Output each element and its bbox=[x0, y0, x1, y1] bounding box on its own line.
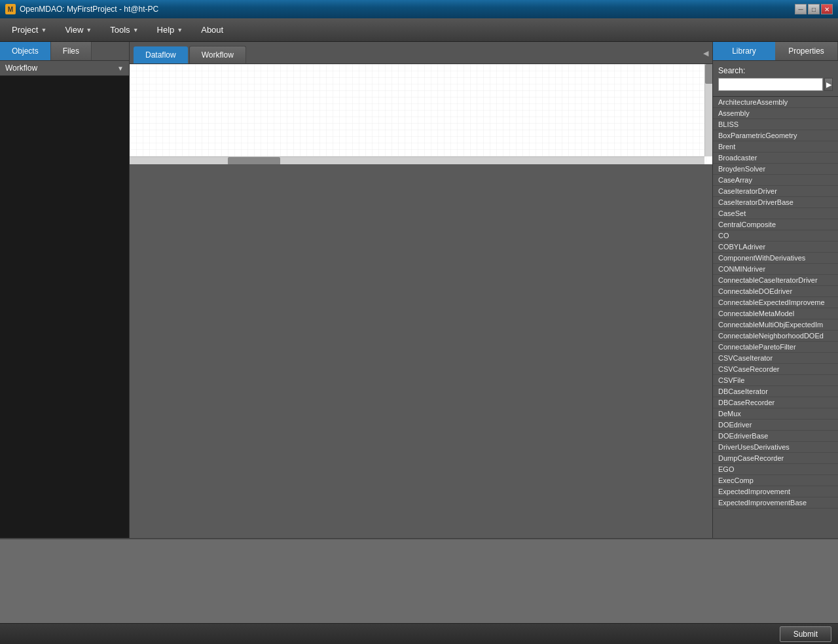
left-tabs: Objects Files bbox=[0, 42, 129, 61]
list-item[interactable]: DumpCaseRecorder bbox=[713, 453, 838, 464]
scrollbar-vertical[interactable] bbox=[704, 64, 712, 156]
close-button[interactable]: ✕ bbox=[821, 4, 833, 14]
main-content: Objects Files Workflow ▼ Dataflow Workfl… bbox=[0, 42, 838, 538]
canvas-wrapper bbox=[130, 64, 712, 538]
scrollbar-thumb-v[interactable] bbox=[705, 64, 712, 84]
list-item[interactable]: ConnectableMetaModel bbox=[713, 308, 838, 319]
list-item[interactable]: ArchitectureAssembly bbox=[713, 97, 838, 108]
tab-files[interactable]: Files bbox=[51, 42, 92, 60]
list-item[interactable]: CaseSet bbox=[713, 208, 838, 219]
list-item[interactable]: COBYLAdriver bbox=[713, 241, 838, 253]
title-bar-title: OpenMDAO: MyFirstProject - ht@ht-PC bbox=[20, 5, 158, 14]
svg-rect-1 bbox=[130, 64, 712, 162]
tab-library[interactable]: Library bbox=[713, 42, 775, 60]
library-list: ArchitectureAssemblyAssemblyBLISSBoxPara… bbox=[713, 97, 838, 538]
list-item[interactable]: CSVFile bbox=[713, 375, 838, 386]
menu-arrow-icon: ▼ bbox=[41, 27, 46, 33]
list-item[interactable]: DBCaseIterator bbox=[713, 386, 838, 397]
list-item[interactable]: BLISS bbox=[713, 119, 838, 130]
list-item[interactable]: ConnectableDOEdriver bbox=[713, 286, 838, 297]
center-panel: Dataflow Workflow ◀ bbox=[130, 42, 712, 538]
list-item[interactable]: CSVCaseRecorder bbox=[713, 364, 838, 375]
list-item[interactable]: ExecComp bbox=[713, 475, 838, 486]
menu-item-tools[interactable]: Tools▼ bbox=[101, 21, 147, 39]
right-tabs: Library Properties bbox=[713, 42, 838, 61]
submit-button[interactable]: Submit bbox=[780, 626, 831, 642]
list-item[interactable]: ExpectedImprovementBase bbox=[713, 497, 838, 509]
title-bar: M OpenMDAO: MyFirstProject - ht@ht-PC ─ … bbox=[0, 0, 838, 18]
list-item[interactable]: CaseArray bbox=[713, 175, 838, 186]
workflow-header[interactable]: Workflow ▼ bbox=[0, 61, 129, 76]
menu-item-view[interactable]: View▼ bbox=[56, 21, 101, 39]
list-item[interactable]: ConnectableParetoFilter bbox=[713, 342, 838, 353]
list-item[interactable]: CSVCaseIterator bbox=[713, 353, 838, 364]
list-item[interactable]: Broadcaster bbox=[713, 152, 838, 164]
list-item[interactable]: CaseIteratorDriverBase bbox=[713, 197, 838, 208]
grid-canvas bbox=[130, 64, 712, 162]
list-item[interactable]: ConnectableCaseIteratorDriver bbox=[713, 275, 838, 286]
tab-objects[interactable]: Objects bbox=[0, 42, 51, 60]
left-panel: Objects Files Workflow ▼ bbox=[0, 42, 130, 538]
tab-properties[interactable]: Properties bbox=[775, 42, 838, 60]
bottom-panel bbox=[0, 538, 838, 623]
menu-arrow-icon: ▼ bbox=[86, 27, 92, 33]
list-item[interactable]: ConnectableNeighborhoodDOEd bbox=[713, 331, 838, 342]
list-item[interactable]: ConnectableMultiObjExpectedIm bbox=[713, 319, 838, 331]
list-item[interactable]: ComponentWithDerivatives bbox=[713, 253, 838, 264]
scrollbar-thumb-h[interactable] bbox=[228, 157, 280, 164]
scrollbar-horizontal[interactable] bbox=[130, 156, 704, 164]
search-input[interactable] bbox=[718, 78, 823, 91]
app-icon: M bbox=[5, 4, 16, 14]
list-item[interactable]: EGO bbox=[713, 464, 838, 475]
list-item[interactable]: CONMINdriver bbox=[713, 264, 838, 275]
title-bar-controls: ─ □ ✕ bbox=[795, 4, 833, 14]
maximize-button[interactable]: □ bbox=[808, 4, 820, 14]
list-item[interactable]: BoxParametricGeometry bbox=[713, 130, 838, 141]
menu-item-about[interactable]: About bbox=[192, 21, 232, 39]
list-item[interactable]: CaseIteratorDriver bbox=[713, 186, 838, 197]
canvas-area[interactable] bbox=[130, 64, 712, 164]
menu-bar: Project▼View▼Tools▼Help▼About bbox=[0, 18, 838, 42]
list-item[interactable]: DOEdriver bbox=[713, 420, 838, 431]
minimize-button[interactable]: ─ bbox=[795, 4, 807, 14]
workflow-dropdown-icon: ▼ bbox=[117, 65, 124, 72]
list-item[interactable]: CO bbox=[713, 230, 838, 241]
status-bar: Submit bbox=[0, 623, 838, 644]
right-panel: Library Properties Search: ▶ Architectur… bbox=[712, 42, 838, 538]
menu-item-help[interactable]: Help▼ bbox=[148, 21, 192, 39]
search-section: Search: ▶ bbox=[713, 61, 838, 97]
left-panel-content bbox=[0, 76, 129, 538]
tab-dataflow[interactable]: Dataflow bbox=[134, 46, 188, 63]
menu-arrow-icon: ▼ bbox=[177, 27, 183, 33]
list-item[interactable]: BroydenSolver bbox=[713, 164, 838, 175]
list-item[interactable]: Brent bbox=[713, 141, 838, 152]
title-bar-left: M OpenMDAO: MyFirstProject - ht@ht-PC bbox=[5, 4, 158, 14]
list-item[interactable]: DBCaseRecorder bbox=[713, 397, 838, 408]
menu-arrow-icon: ▼ bbox=[133, 27, 139, 33]
list-item[interactable]: Assembly bbox=[713, 108, 838, 119]
search-row: ▶ bbox=[718, 78, 833, 91]
search-label: Search: bbox=[718, 66, 833, 75]
workflow-title: Workflow bbox=[5, 63, 37, 73]
list-item[interactable]: DOEdriverBase bbox=[713, 431, 838, 442]
search-button[interactable]: ▶ bbox=[824, 78, 833, 91]
tab-workflow[interactable]: Workflow bbox=[189, 46, 246, 63]
list-item[interactable]: DeMux bbox=[713, 408, 838, 420]
center-tabs: Dataflow Workflow ◀ bbox=[130, 42, 712, 64]
list-item[interactable]: ExpectedImprovement bbox=[713, 486, 838, 497]
list-item[interactable]: ConnectableExpectedImproveme bbox=[713, 297, 838, 308]
menu-item-project[interactable]: Project▼ bbox=[3, 21, 56, 39]
list-item[interactable]: CentralComposite bbox=[713, 219, 838, 230]
list-item[interactable]: DriverUsesDerivatives bbox=[713, 442, 838, 453]
search-arrow-icon: ▶ bbox=[826, 80, 831, 89]
collapse-icon[interactable]: ◀ bbox=[703, 49, 708, 60]
